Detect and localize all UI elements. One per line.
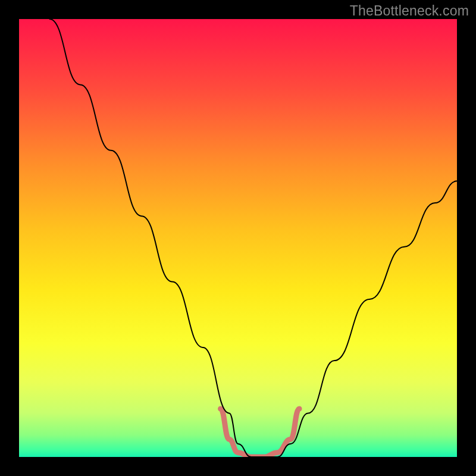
flat-bottom-highlight	[221, 409, 299, 457]
chart-frame: TheBottleneck.com	[0, 0, 476, 476]
curve-layer	[19, 19, 457, 457]
plot-area	[19, 19, 457, 457]
bottleneck-curve	[50, 19, 457, 457]
watermark-text: TheBottleneck.com	[350, 3, 469, 19]
